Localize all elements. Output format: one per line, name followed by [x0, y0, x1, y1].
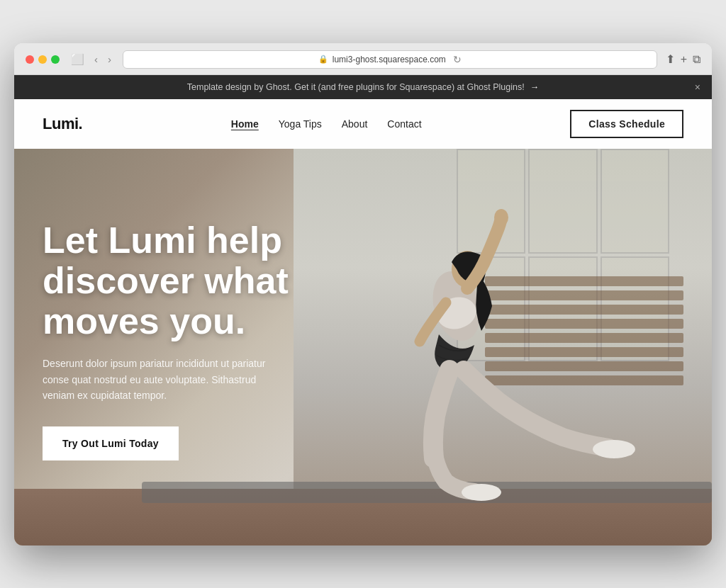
- back-button[interactable]: ‹: [91, 52, 101, 67]
- sidebar-toggle-button[interactable]: ⬜: [68, 52, 87, 67]
- hero-cta-button[interactable]: Try Out Lumi Today: [43, 426, 179, 460]
- lock-icon: 🔒: [318, 55, 328, 64]
- banner-arrow: →: [530, 82, 540, 92]
- logo[interactable]: Lumi.: [43, 115, 82, 133]
- forward-button[interactable]: ›: [105, 52, 114, 67]
- share-button[interactable]: ⬆: [666, 52, 675, 66]
- url-text: lumi3-ghost.squarespace.com: [333, 55, 446, 64]
- address-bar[interactable]: 🔒 lumi3-ghost.squarespace.com ↻: [123, 50, 657, 69]
- browser-chrome: ⬜ ‹ › 🔒 lumi3-ghost.squarespace.com ↻ ⬆ …: [14, 43, 712, 75]
- svg-rect-7: [597, 443, 634, 456]
- hero-headline: Let Lumi help discover what moves you.: [43, 220, 340, 342]
- class-schedule-button[interactable]: Class Schedule: [570, 110, 683, 138]
- banner-close-button[interactable]: ×: [695, 81, 700, 93]
- browser-actions: ⬆ + ⧉: [666, 52, 700, 66]
- navbar: Lumi. Home Yoga Tips About Contact Class…: [14, 99, 712, 149]
- nav-item-about[interactable]: About: [342, 118, 368, 130]
- hero-subtext: Deserunt dolor ipsum pariatur incididunt…: [43, 356, 284, 403]
- svg-rect-5: [464, 487, 499, 497]
- yoga-woman-illustration: [286, 164, 655, 504]
- browser-window: ⬜ ‹ › 🔒 lumi3-ghost.squarespace.com ↻ ⬆ …: [14, 43, 712, 545]
- nav-item-contact[interactable]: Contact: [387, 118, 421, 130]
- add-tab-button[interactable]: +: [681, 52, 687, 66]
- svg-point-3: [494, 209, 508, 226]
- hero-section: Let Lumi help discover what moves you. D…: [14, 149, 712, 545]
- nav-link-yoga-tips[interactable]: Yoga Tips: [279, 118, 322, 130]
- banner-text: Template design by Ghost. Get it (and fr…: [187, 82, 525, 92]
- nav-link-about[interactable]: About: [342, 118, 368, 130]
- close-button[interactable]: [26, 55, 34, 64]
- website: Template design by Ghost. Get it (and fr…: [14, 75, 712, 545]
- maximize-button[interactable]: [51, 55, 60, 64]
- minimize-button[interactable]: [38, 55, 47, 64]
- traffic-lights: [26, 55, 60, 64]
- nav-item-home[interactable]: Home: [231, 118, 259, 130]
- nav-links: Home Yoga Tips About Contact: [231, 118, 422, 130]
- browser-controls: ⬜ ‹ ›: [68, 52, 114, 67]
- nav-link-home[interactable]: Home: [231, 118, 259, 130]
- hero-content: Let Lumi help discover what moves you. D…: [43, 220, 340, 460]
- nav-link-contact[interactable]: Contact: [387, 118, 421, 130]
- refresh-button[interactable]: ↻: [453, 54, 462, 65]
- nav-item-yoga-tips[interactable]: Yoga Tips: [279, 118, 322, 130]
- tabs-button[interactable]: ⧉: [693, 52, 700, 66]
- announcement-banner: Template design by Ghost. Get it (and fr…: [14, 75, 712, 99]
